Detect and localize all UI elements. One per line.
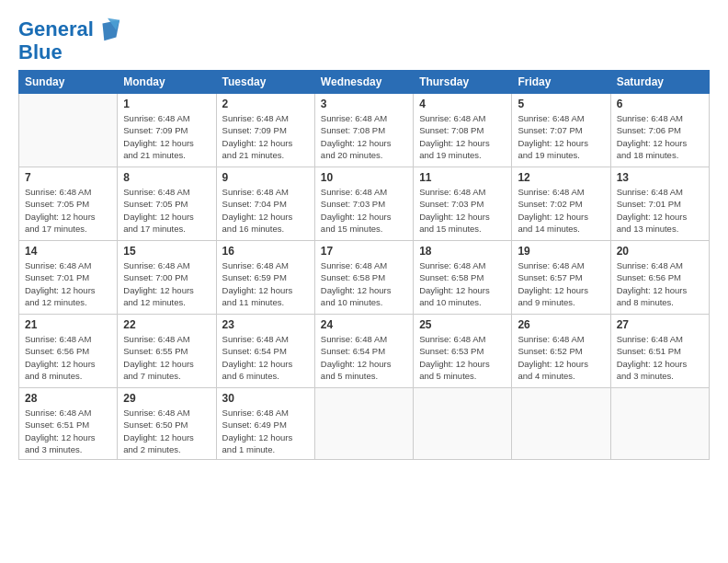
- calendar-day: 5Sunrise: 6:48 AM Sunset: 7:07 PM Daylig…: [512, 94, 610, 167]
- day-number: 14: [25, 245, 111, 258]
- day-number: 12: [518, 171, 604, 184]
- day-number: 19: [518, 245, 604, 258]
- calendar-day: 2Sunrise: 6:48 AM Sunset: 7:09 PM Daylig…: [216, 94, 314, 167]
- day-info: Sunrise: 6:48 AM Sunset: 7:07 PM Dayligh…: [518, 112, 604, 161]
- calendar-header-tuesday: Tuesday: [216, 71, 314, 94]
- calendar-day: 30Sunrise: 6:48 AM Sunset: 6:49 PM Dayli…: [216, 388, 314, 460]
- day-info: Sunrise: 6:48 AM Sunset: 6:56 PM Dayligh…: [617, 259, 703, 308]
- calendar-day: [19, 94, 118, 167]
- day-info: Sunrise: 6:48 AM Sunset: 7:08 PM Dayligh…: [321, 112, 407, 161]
- calendar-header-monday: Monday: [118, 71, 216, 94]
- calendar-day: 21Sunrise: 6:48 AM Sunset: 6:56 PM Dayli…: [19, 315, 118, 388]
- day-number: 9: [222, 171, 309, 184]
- day-info: Sunrise: 6:48 AM Sunset: 7:05 PM Dayligh…: [25, 186, 111, 235]
- day-info: Sunrise: 6:48 AM Sunset: 6:54 PM Dayligh…: [222, 333, 309, 382]
- calendar-day: 10Sunrise: 6:48 AM Sunset: 7:03 PM Dayli…: [314, 167, 413, 241]
- day-info: Sunrise: 6:48 AM Sunset: 7:09 PM Dayligh…: [123, 112, 210, 161]
- calendar-day: 7Sunrise: 6:48 AM Sunset: 7:05 PM Daylig…: [19, 167, 118, 241]
- calendar-day: 17Sunrise: 6:48 AM Sunset: 6:58 PM Dayli…: [314, 241, 413, 315]
- day-number: 23: [222, 318, 309, 331]
- day-number: 6: [617, 98, 703, 110]
- calendar-day: 6Sunrise: 6:48 AM Sunset: 7:06 PM Daylig…: [610, 94, 709, 167]
- day-number: 30: [222, 392, 309, 405]
- day-number: 15: [123, 245, 210, 258]
- calendar-day: [610, 388, 709, 460]
- calendar-day: 23Sunrise: 6:48 AM Sunset: 6:54 PM Dayli…: [216, 315, 314, 388]
- calendar-day: 12Sunrise: 6:48 AM Sunset: 7:02 PM Dayli…: [512, 167, 610, 241]
- calendar-header-wednesday: Wednesday: [314, 71, 413, 94]
- day-number: 10: [321, 171, 407, 184]
- calendar-day: 13Sunrise: 6:48 AM Sunset: 7:01 PM Dayli…: [610, 167, 709, 241]
- day-info: Sunrise: 6:48 AM Sunset: 6:49 PM Dayligh…: [222, 407, 309, 455]
- calendar-week-5: 28Sunrise: 6:48 AM Sunset: 6:51 PM Dayli…: [19, 388, 710, 460]
- calendar-day: 11Sunrise: 6:48 AM Sunset: 7:03 PM Dayli…: [414, 167, 512, 241]
- day-number: 8: [123, 171, 210, 184]
- day-info: Sunrise: 6:48 AM Sunset: 6:58 PM Dayligh…: [419, 259, 506, 308]
- calendar-day: [512, 388, 610, 460]
- logo-text: General: [18, 18, 94, 40]
- day-number: 13: [617, 171, 703, 184]
- calendar-day: 26Sunrise: 6:48 AM Sunset: 6:52 PM Dayli…: [512, 315, 610, 388]
- calendar-day: 22Sunrise: 6:48 AM Sunset: 6:55 PM Dayli…: [118, 315, 216, 388]
- calendar-table: SundayMondayTuesdayWednesdayThursdayFrid…: [18, 70, 710, 460]
- calendar-day: 19Sunrise: 6:48 AM Sunset: 6:57 PM Dayli…: [512, 241, 610, 315]
- day-info: Sunrise: 6:48 AM Sunset: 6:50 PM Dayligh…: [123, 407, 210, 455]
- calendar-day: 3Sunrise: 6:48 AM Sunset: 7:08 PM Daylig…: [314, 94, 413, 167]
- day-info: Sunrise: 6:48 AM Sunset: 6:57 PM Dayligh…: [518, 259, 604, 308]
- day-number: 4: [419, 98, 506, 110]
- calendar-day: 18Sunrise: 6:48 AM Sunset: 6:58 PM Dayli…: [414, 241, 512, 315]
- calendar-header-friday: Friday: [512, 71, 610, 94]
- day-info: Sunrise: 6:48 AM Sunset: 7:01 PM Dayligh…: [25, 259, 111, 308]
- day-info: Sunrise: 6:48 AM Sunset: 7:08 PM Dayligh…: [419, 112, 506, 161]
- calendar-day: 9Sunrise: 6:48 AM Sunset: 7:04 PM Daylig…: [216, 167, 314, 241]
- day-info: Sunrise: 6:48 AM Sunset: 7:03 PM Dayligh…: [419, 186, 506, 235]
- day-number: 25: [419, 318, 506, 331]
- day-info: Sunrise: 6:48 AM Sunset: 6:56 PM Dayligh…: [25, 333, 111, 382]
- day-info: Sunrise: 6:48 AM Sunset: 7:03 PM Dayligh…: [321, 186, 407, 235]
- day-info: Sunrise: 6:48 AM Sunset: 6:58 PM Dayligh…: [321, 259, 407, 308]
- day-number: 24: [321, 318, 407, 331]
- day-info: Sunrise: 6:48 AM Sunset: 6:55 PM Dayligh…: [123, 333, 210, 382]
- calendar-day: 1Sunrise: 6:48 AM Sunset: 7:09 PM Daylig…: [118, 94, 216, 167]
- logo: General Blue: [18, 17, 121, 63]
- day-info: Sunrise: 6:48 AM Sunset: 6:52 PM Dayligh…: [518, 333, 604, 382]
- calendar-day: 15Sunrise: 6:48 AM Sunset: 7:00 PM Dayli…: [118, 241, 216, 315]
- calendar-week-2: 7Sunrise: 6:48 AM Sunset: 7:05 PM Daylig…: [19, 167, 710, 241]
- calendar-day: 24Sunrise: 6:48 AM Sunset: 6:54 PM Dayli…: [314, 315, 413, 388]
- calendar-header-row: SundayMondayTuesdayWednesdayThursdayFrid…: [19, 71, 710, 94]
- logo-blue: Blue: [18, 42, 121, 63]
- calendar-header-sunday: Sunday: [19, 71, 118, 94]
- day-number: 7: [25, 171, 111, 184]
- header: General Blue: [18, 17, 710, 63]
- calendar-day: 29Sunrise: 6:48 AM Sunset: 6:50 PM Dayli…: [118, 388, 216, 460]
- day-info: Sunrise: 6:48 AM Sunset: 6:59 PM Dayligh…: [222, 259, 309, 308]
- day-number: 18: [419, 245, 506, 258]
- day-info: Sunrise: 6:48 AM Sunset: 6:51 PM Dayligh…: [617, 333, 703, 382]
- day-info: Sunrise: 6:48 AM Sunset: 6:51 PM Dayligh…: [25, 407, 111, 455]
- calendar-day: [414, 388, 512, 460]
- day-number: 26: [518, 318, 604, 331]
- day-number: 11: [419, 171, 506, 184]
- day-info: Sunrise: 6:48 AM Sunset: 7:01 PM Dayligh…: [617, 186, 703, 235]
- day-info: Sunrise: 6:48 AM Sunset: 7:02 PM Dayligh…: [518, 186, 604, 235]
- day-info: Sunrise: 6:48 AM Sunset: 7:04 PM Dayligh…: [222, 186, 309, 235]
- day-number: 1: [123, 98, 210, 110]
- day-info: Sunrise: 6:48 AM Sunset: 7:06 PM Dayligh…: [617, 112, 703, 161]
- calendar-day: [314, 388, 413, 460]
- day-number: 20: [617, 245, 703, 258]
- calendar-week-4: 21Sunrise: 6:48 AM Sunset: 6:56 PM Dayli…: [19, 315, 710, 388]
- calendar-day: 25Sunrise: 6:48 AM Sunset: 6:53 PM Dayli…: [414, 315, 512, 388]
- day-number: 27: [617, 318, 703, 331]
- calendar-day: 27Sunrise: 6:48 AM Sunset: 6:51 PM Dayli…: [610, 315, 709, 388]
- day-info: Sunrise: 6:48 AM Sunset: 6:54 PM Dayligh…: [321, 333, 407, 382]
- day-info: Sunrise: 6:48 AM Sunset: 7:09 PM Dayligh…: [222, 112, 309, 161]
- day-number: 29: [123, 392, 210, 405]
- day-info: Sunrise: 6:48 AM Sunset: 7:00 PM Dayligh…: [123, 259, 210, 308]
- day-info: Sunrise: 6:48 AM Sunset: 7:05 PM Dayligh…: [123, 186, 210, 235]
- logo-icon: [96, 17, 121, 42]
- calendar-day: 8Sunrise: 6:48 AM Sunset: 7:05 PM Daylig…: [118, 167, 216, 241]
- day-number: 3: [321, 98, 407, 110]
- calendar-header-thursday: Thursday: [414, 71, 512, 94]
- calendar-day: 14Sunrise: 6:48 AM Sunset: 7:01 PM Dayli…: [19, 241, 118, 315]
- calendar-day: 20Sunrise: 6:48 AM Sunset: 6:56 PM Dayli…: [610, 241, 709, 315]
